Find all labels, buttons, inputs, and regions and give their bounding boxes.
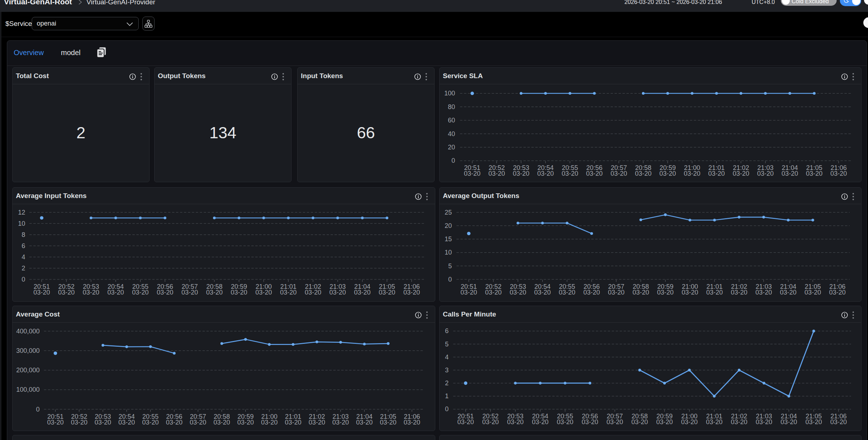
svg-text:03-20: 03-20 bbox=[708, 170, 725, 177]
svg-text:03-20: 03-20 bbox=[829, 289, 846, 296]
svg-text:03-20: 03-20 bbox=[71, 419, 88, 426]
svg-text:5: 5 bbox=[448, 262, 452, 270]
svg-text:03-20: 03-20 bbox=[305, 289, 321, 296]
svg-text:03-20: 03-20 bbox=[58, 289, 75, 296]
svg-text:03-20: 03-20 bbox=[457, 418, 474, 426]
svg-text:03-20: 03-20 bbox=[261, 419, 277, 426]
svg-text:0: 0 bbox=[36, 406, 40, 413]
svg-text:400,000: 400,000 bbox=[16, 328, 40, 335]
svg-text:03-20: 03-20 bbox=[756, 418, 772, 426]
svg-text:03-20: 03-20 bbox=[47, 419, 64, 426]
svg-text:03-20: 03-20 bbox=[332, 419, 349, 426]
svg-text:0: 0 bbox=[22, 276, 25, 283]
svg-text:03-20: 03-20 bbox=[329, 289, 346, 296]
svg-text:300,000: 300,000 bbox=[16, 347, 40, 354]
svg-text:03-20: 03-20 bbox=[206, 289, 223, 296]
svg-text:03-20: 03-20 bbox=[659, 170, 676, 177]
svg-text:03-20: 03-20 bbox=[354, 289, 371, 296]
svg-text:03-20: 03-20 bbox=[166, 419, 183, 426]
svg-text:03-20: 03-20 bbox=[464, 170, 481, 177]
svg-text:03-20: 03-20 bbox=[181, 289, 198, 296]
svg-text:1: 1 bbox=[445, 392, 449, 400]
svg-text:12: 12 bbox=[18, 209, 25, 216]
svg-text:03-20: 03-20 bbox=[632, 289, 649, 296]
svg-text:4: 4 bbox=[445, 354, 449, 361]
svg-text:03-20: 03-20 bbox=[733, 170, 749, 177]
svg-text:03-20: 03-20 bbox=[379, 289, 395, 296]
svg-text:03-20: 03-20 bbox=[606, 418, 623, 426]
svg-text:03-20: 03-20 bbox=[403, 289, 420, 296]
svg-text:03-20: 03-20 bbox=[142, 419, 159, 426]
svg-text:03-20: 03-20 bbox=[657, 289, 674, 296]
svg-text:0: 0 bbox=[451, 157, 455, 164]
svg-text:03-20: 03-20 bbox=[682, 289, 698, 296]
svg-text:03-20: 03-20 bbox=[780, 418, 797, 426]
svg-text:03-20: 03-20 bbox=[107, 289, 124, 296]
svg-text:03-20: 03-20 bbox=[157, 289, 173, 296]
svg-text:03-20: 03-20 bbox=[308, 419, 325, 426]
svg-text:0: 0 bbox=[445, 405, 449, 413]
svg-text:03-20: 03-20 bbox=[631, 418, 648, 426]
svg-text:03-20: 03-20 bbox=[237, 419, 254, 426]
svg-text:03-20: 03-20 bbox=[285, 419, 301, 426]
svg-text:03-20: 03-20 bbox=[780, 289, 797, 296]
svg-text:25: 25 bbox=[445, 209, 452, 216]
svg-text:03-20: 03-20 bbox=[509, 289, 526, 296]
svg-text:03-20: 03-20 bbox=[380, 419, 396, 426]
svg-text:03-20: 03-20 bbox=[830, 418, 847, 426]
svg-text:03-20: 03-20 bbox=[534, 289, 551, 296]
svg-text:03-20: 03-20 bbox=[559, 289, 575, 296]
svg-text:03-20: 03-20 bbox=[755, 289, 772, 296]
svg-text:03-20: 03-20 bbox=[190, 419, 206, 426]
svg-text:6: 6 bbox=[22, 242, 25, 250]
svg-text:03-20: 03-20 bbox=[532, 418, 548, 426]
svg-text:03-20: 03-20 bbox=[586, 170, 603, 177]
svg-text:60: 60 bbox=[448, 117, 455, 124]
svg-text:03-20: 03-20 bbox=[582, 418, 598, 426]
svg-text:03-20: 03-20 bbox=[583, 289, 600, 296]
svg-text:03-20: 03-20 bbox=[562, 170, 578, 177]
svg-text:4: 4 bbox=[22, 253, 25, 261]
svg-text:0: 0 bbox=[448, 276, 452, 283]
svg-text:03-20: 03-20 bbox=[34, 289, 50, 296]
svg-text:03-20: 03-20 bbox=[806, 170, 823, 177]
svg-text:03-20: 03-20 bbox=[684, 170, 700, 177]
svg-text:03-20: 03-20 bbox=[608, 289, 624, 296]
svg-text:100,000: 100,000 bbox=[16, 386, 40, 393]
svg-text:03-20: 03-20 bbox=[513, 170, 529, 177]
svg-text:5: 5 bbox=[445, 341, 449, 348]
svg-text:2: 2 bbox=[22, 265, 25, 272]
svg-text:20: 20 bbox=[445, 222, 452, 229]
svg-text:03-20: 03-20 bbox=[656, 418, 673, 426]
svg-text:03-20: 03-20 bbox=[805, 289, 821, 296]
svg-text:6: 6 bbox=[445, 327, 449, 335]
svg-text:2: 2 bbox=[445, 380, 449, 387]
svg-text:03-20: 03-20 bbox=[805, 418, 822, 426]
svg-text:80: 80 bbox=[448, 103, 455, 111]
svg-text:03-20: 03-20 bbox=[507, 418, 524, 426]
svg-text:10: 10 bbox=[18, 220, 25, 227]
svg-text:03-20: 03-20 bbox=[681, 418, 698, 426]
svg-text:03-20: 03-20 bbox=[635, 170, 651, 177]
svg-text:03-20: 03-20 bbox=[83, 289, 99, 296]
svg-text:03-20: 03-20 bbox=[731, 289, 747, 296]
svg-text:03-20: 03-20 bbox=[280, 289, 297, 296]
svg-text:03-20: 03-20 bbox=[213, 419, 230, 426]
svg-text:03-20: 03-20 bbox=[488, 170, 505, 177]
svg-text:03-20: 03-20 bbox=[460, 289, 477, 296]
svg-text:03-20: 03-20 bbox=[610, 170, 627, 177]
svg-text:03-20: 03-20 bbox=[537, 170, 554, 177]
svg-text:8: 8 bbox=[22, 231, 25, 238]
svg-text:100: 100 bbox=[444, 90, 455, 97]
svg-text:03-20: 03-20 bbox=[706, 418, 722, 426]
svg-text:20: 20 bbox=[448, 144, 455, 151]
svg-text:03-20: 03-20 bbox=[231, 289, 247, 296]
svg-text:03-20: 03-20 bbox=[485, 289, 502, 296]
svg-text:03-20: 03-20 bbox=[831, 170, 847, 177]
svg-text:40: 40 bbox=[448, 130, 455, 138]
svg-text:03-20: 03-20 bbox=[404, 419, 420, 426]
svg-text:15: 15 bbox=[445, 235, 452, 243]
svg-text:03-20: 03-20 bbox=[731, 418, 747, 426]
svg-text:03-20: 03-20 bbox=[757, 170, 774, 177]
svg-text:200,000: 200,000 bbox=[16, 367, 40, 374]
